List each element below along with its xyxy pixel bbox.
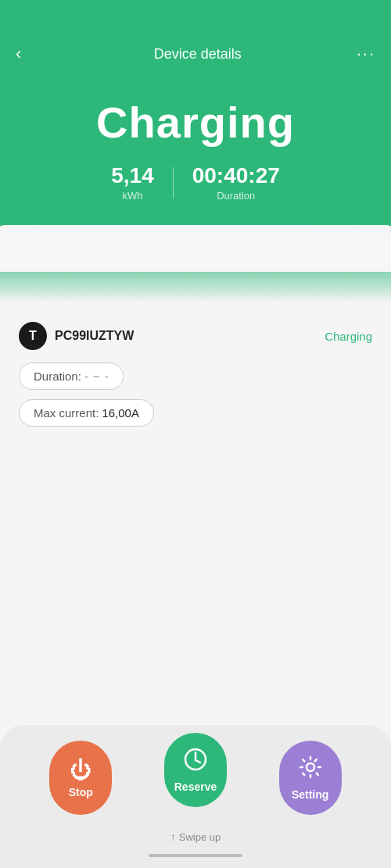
duration-stat: 00:40:27 Duration bbox=[174, 163, 299, 202]
kwh-value: 5,14 bbox=[111, 163, 154, 188]
max-current-tag[interactable]: Max current: 16,00A bbox=[19, 399, 154, 427]
main-content: T PC99IUZTYW Charging Duration: - ~ - Ma… bbox=[0, 303, 391, 436]
duration-tag[interactable]: Duration: - ~ - bbox=[19, 363, 124, 390]
setting-icon bbox=[298, 755, 323, 785]
duration-tag-label: Duration: bbox=[34, 370, 81, 383]
bottom-action-bar: ⏻ Stop Reserve bbox=[0, 725, 391, 868]
reserve-label: Reserve bbox=[174, 780, 217, 793]
svg-line-2 bbox=[196, 760, 200, 763]
reserve-icon bbox=[183, 747, 208, 777]
kwh-label: kWh bbox=[111, 190, 154, 202]
max-current-value: 16,00A bbox=[102, 406, 139, 420]
device-info: T PC99IUZTYW bbox=[19, 322, 134, 350]
max-current-label: Max current: bbox=[34, 406, 99, 420]
setting-label: Setting bbox=[292, 788, 328, 801]
stop-button[interactable]: ⏻ Stop bbox=[49, 741, 112, 815]
device-name: PC99IUZTYW bbox=[55, 329, 134, 343]
setting-button[interactable]: Setting bbox=[279, 741, 342, 815]
action-buttons-row: ⏻ Stop Reserve bbox=[0, 741, 391, 815]
device-status-badge: Charging bbox=[325, 330, 372, 343]
status-bar bbox=[0, 0, 391, 34]
header-title: Device details bbox=[39, 46, 357, 63]
kwh-stat: 5,14 kWh bbox=[92, 163, 173, 202]
swipe-hint: ↑ Swipe up bbox=[0, 827, 391, 849]
dash1: - bbox=[84, 370, 88, 383]
stop-label: Stop bbox=[69, 786, 93, 798]
hero-section: Charging 5,14 kWh 00:40:27 Duration bbox=[0, 73, 391, 303]
reserve-button[interactable]: Reserve bbox=[164, 741, 227, 815]
tilde: ~ bbox=[93, 370, 100, 383]
home-bar bbox=[149, 854, 242, 857]
swipe-arrow-icon: ↑ bbox=[170, 830, 176, 843]
dash2: - bbox=[105, 370, 109, 383]
device-row: T PC99IUZTYW Charging bbox=[19, 322, 372, 350]
home-indicator bbox=[0, 849, 391, 860]
swipe-hint-text: Swipe up bbox=[179, 831, 221, 843]
duration-value: 00:40:27 bbox=[192, 163, 280, 188]
svg-point-3 bbox=[307, 763, 314, 771]
more-button[interactable]: ··· bbox=[357, 44, 375, 64]
stop-icon: ⏻ bbox=[70, 757, 91, 783]
header: ‹ Device details ··· bbox=[0, 34, 391, 73]
duration-label: Duration bbox=[192, 190, 280, 202]
device-icon: T bbox=[19, 322, 47, 350]
back-button[interactable]: ‹ bbox=[16, 44, 39, 64]
charging-status-title: Charging bbox=[16, 97, 375, 148]
